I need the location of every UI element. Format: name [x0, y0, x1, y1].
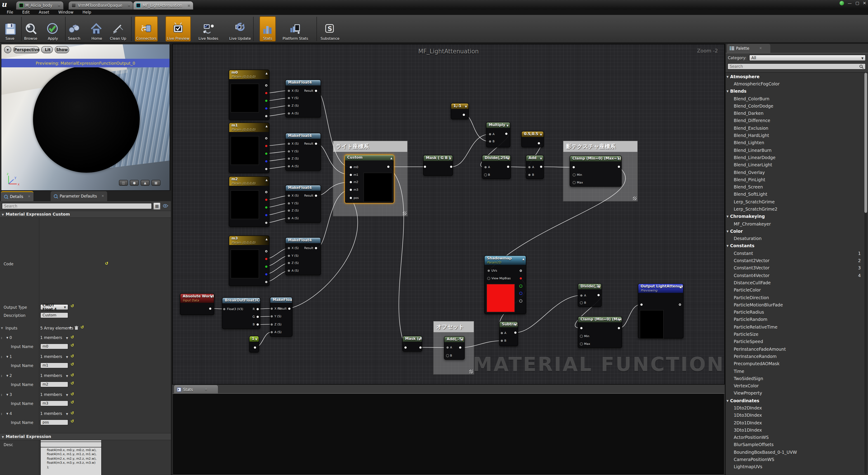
palette-item-ParticleDirection[interactable]: ParticleDirection [725, 294, 868, 301]
pin[interactable] [287, 157, 290, 160]
collapse-icon[interactable]: ▲ [266, 71, 268, 75]
tab-palette[interactable]: Palette✕ [727, 44, 770, 53]
reset-icon[interactable]: ↺ [70, 392, 74, 397]
pin[interactable] [265, 92, 268, 95]
palette-item-1Dto2DIndex[interactable]: 1Dto2DIndex [725, 404, 868, 412]
viewport-perspective-button[interactable]: Perspective [13, 46, 39, 53]
palette-item-Blend_Darken[interactable]: Blend_Darken [725, 109, 868, 117]
expand-icon[interactable]: ▼ [726, 90, 728, 93]
expand-icon[interactable]: ▼ [726, 399, 728, 402]
toolbar-clean-up-button[interactable]: Clean Up [108, 16, 127, 41]
drag-grip[interactable]: ⁞⁞ [1, 393, 2, 397]
node-one[interactable]: 1▼ [249, 336, 259, 352]
node-header[interactable]: Absolute World PositionInput Data▼ [180, 293, 214, 303]
pin[interactable] [256, 315, 259, 318]
palette-item-PerInstanceFadeAmount[interactable]: PerInstanceFadeAmount [725, 345, 868, 353]
node-c0505[interactable]: 0.5,0.5▼ [521, 131, 544, 147]
pin[interactable] [287, 209, 290, 212]
collapse-icon[interactable]: ▼ [465, 104, 467, 109]
preview-eye-pin[interactable] [265, 136, 268, 140]
chevron-down-icon[interactable]: ▼ [66, 374, 68, 377]
palette-item-AtmosphericFogColor[interactable]: AtmosphericFogColor [725, 80, 868, 88]
pin[interactable] [287, 201, 290, 205]
input-name-field-m2[interactable]: m2 [40, 381, 68, 387]
description-field[interactable]: Custom [40, 312, 68, 318]
document-tab-M_Alicia_body[interactable]: M_Alicia_body✕ [16, 1, 64, 9]
pin[interactable] [519, 292, 522, 295]
pin[interactable] [287, 150, 290, 153]
preview-shape-button-2[interactable]: ▲ [141, 180, 150, 186]
document-tab-MF_LightAttenuation[interactable]: MF_LightAttenuation✕ [133, 1, 193, 9]
palette-category-Chromakeying[interactable]: ▼Chromakeying [725, 213, 868, 220]
pin[interactable] [459, 346, 462, 349]
reset-icon[interactable]: ↺ [70, 373, 74, 377]
pin[interactable] [265, 221, 268, 224]
palette-category-Coordinates[interactable]: ▼Coordinates [725, 397, 868, 404]
collapse-icon[interactable]: ▼ [540, 156, 542, 161]
toolbar-live-update-button[interactable]: Live Update [228, 16, 252, 41]
palette-item-3Dto1DIndex[interactable]: 3Dto1DIndex [725, 426, 868, 434]
trash-icon[interactable] [74, 326, 78, 330]
pin[interactable] [256, 307, 259, 311]
inputs-label[interactable]: Inputs [5, 326, 18, 330]
palette-item-Time[interactable]: Time [725, 368, 868, 375]
close-icon[interactable]: ✕ [128, 4, 130, 7]
reset-icon[interactable]: ↺ [81, 325, 84, 329]
pin[interactable] [423, 165, 427, 168]
pin[interactable] [265, 115, 268, 118]
palette-category-Color[interactable]: ▼Color [725, 227, 868, 235]
pin[interactable] [265, 152, 268, 155]
reset-icon[interactable]: ↺ [70, 335, 74, 340]
grid-view-icon[interactable]: ▦ [153, 202, 160, 210]
members-dropdown[interactable]: 1 members [40, 335, 62, 340]
input-name-field-pos[interactable]: pos [40, 419, 68, 425]
node-header[interactable]: Divide(,2)▼ [578, 284, 601, 289]
node-mf4[interactable]: MakeFloat4 [285, 237, 321, 275]
collapse-icon[interactable]: ▼ [255, 337, 257, 342]
node-header[interactable]: 1▼ [250, 336, 258, 342]
drag-grip[interactable]: ⁞⁞ [1, 374, 2, 377]
palette-item-MF_Chromakeyer[interactable]: MF_Chromakeyer [725, 220, 868, 227]
pin[interactable] [287, 269, 290, 272]
pin[interactable] [572, 173, 576, 177]
collapse-icon[interactable]: ▼ [449, 156, 451, 161]
eye-filter-icon[interactable] [162, 202, 169, 210]
reset-icon[interactable]: ↺ [70, 304, 74, 308]
chevron-down-icon[interactable]: ▼ [66, 412, 68, 415]
pin[interactable] [462, 113, 465, 116]
pin[interactable] [288, 307, 291, 310]
palette-item-BoundingBoxBased_0-1_UVW[interactable]: BoundingBoxBased_0-1_UVW [725, 448, 868, 456]
palette-item-1Dto3DIndex[interactable]: 1Dto3DIndex [725, 412, 868, 419]
node-awp[interactable]: Absolute World PositionInput Data▼ [180, 293, 214, 315]
node-header[interactable]: Subtract▼ [500, 322, 518, 327]
pin[interactable] [287, 254, 290, 257]
pin[interactable] [265, 167, 268, 170]
preview-eye-pin[interactable] [265, 190, 268, 194]
pin[interactable] [349, 166, 352, 169]
toolbar-platform-stats-button[interactable]: Platform Stats [281, 16, 309, 41]
palette-item-Blend_LinearLight[interactable]: Blend_LinearLight [725, 161, 868, 168]
chevron-down-icon[interactable]: ▼ [66, 336, 68, 340]
input-index-label[interactable]: ▾ 0 [6, 335, 12, 340]
pin[interactable] [265, 214, 268, 217]
pin[interactable] [419, 346, 422, 349]
tab-details[interactable]: Details✕ [1, 191, 34, 201]
node-header[interactable]: ShadowmapParam2D▲ [485, 256, 526, 264]
pin[interactable] [537, 142, 540, 145]
minimize-button[interactable]: — [848, 1, 852, 5]
palette-item-ParticleRandom[interactable]: ParticleRandom [725, 316, 868, 323]
reset-icon[interactable]: ↺ [70, 354, 74, 358]
close-icon[interactable]: ✕ [205, 387, 207, 391]
pin[interactable] [519, 277, 522, 280]
palette-item-Blend_ColorBurn[interactable]: Blend_ColorBurn [725, 95, 868, 102]
node-mf1[interactable]: MakeFloat4 [285, 80, 321, 118]
collapse-icon[interactable]: ▲ [266, 178, 268, 182]
tab-stats[interactable]: Stats✕ [174, 385, 218, 394]
pin[interactable] [504, 132, 508, 135]
node-header[interactable]: MakeFloat4 [286, 133, 320, 138]
reset-icon[interactable]: ↺ [70, 362, 74, 367]
palette-item-Blend_LinearBurn[interactable]: Blend_LinearBurn [725, 147, 868, 154]
palette-item-Constant2Vector[interactable]: Constant2Vector2 [725, 257, 868, 264]
tab-parameter-defaults[interactable]: Parameter Defaults✕ [51, 191, 107, 201]
pin[interactable] [253, 346, 256, 349]
